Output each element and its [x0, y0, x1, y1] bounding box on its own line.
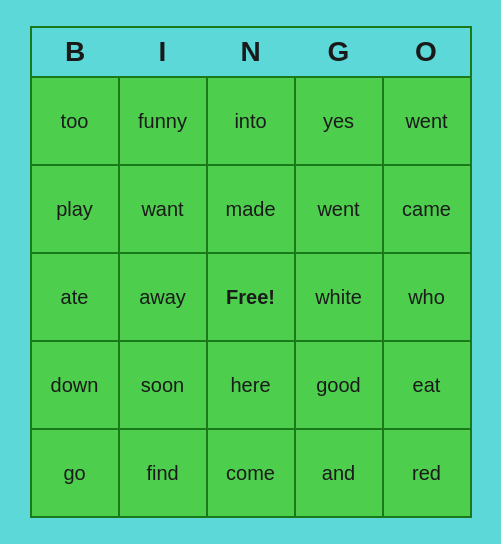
cell-r0-c4: went	[383, 77, 471, 165]
cell-r0-c2: into	[207, 77, 295, 165]
cell-r4-c0: go	[31, 429, 119, 517]
cell-r4-c4: red	[383, 429, 471, 517]
bingo-card: B I N G O toofunnyintoyeswentplaywantmad…	[20, 16, 482, 528]
bingo-body: toofunnyintoyeswentplaywantmadewentcamea…	[31, 77, 471, 517]
cell-r2-c0: ate	[31, 253, 119, 341]
bingo-header-row: B I N G O	[31, 27, 471, 77]
cell-r2-c3: white	[295, 253, 383, 341]
cell-r3-c3: good	[295, 341, 383, 429]
cell-r0-c1: funny	[119, 77, 207, 165]
table-row: downsoonheregoodeat	[31, 341, 471, 429]
cell-r4-c3: and	[295, 429, 383, 517]
cell-r1-c0: play	[31, 165, 119, 253]
cell-r3-c2: here	[207, 341, 295, 429]
bingo-table: B I N G O toofunnyintoyeswentplaywantmad…	[30, 26, 472, 518]
header-g: G	[295, 27, 383, 77]
cell-r4-c1: find	[119, 429, 207, 517]
header-b: B	[31, 27, 119, 77]
cell-r4-c2: come	[207, 429, 295, 517]
cell-r3-c0: down	[31, 341, 119, 429]
cell-r3-c1: soon	[119, 341, 207, 429]
header-o: O	[383, 27, 471, 77]
table-row: ateawayFree!whitewho	[31, 253, 471, 341]
header-n: N	[207, 27, 295, 77]
cell-r2-c1: away	[119, 253, 207, 341]
cell-r2-c4: who	[383, 253, 471, 341]
header-i: I	[119, 27, 207, 77]
cell-r1-c2: made	[207, 165, 295, 253]
cell-r1-c1: want	[119, 165, 207, 253]
cell-r1-c3: went	[295, 165, 383, 253]
cell-r3-c4: eat	[383, 341, 471, 429]
cell-r0-c3: yes	[295, 77, 383, 165]
table-row: playwantmadewentcame	[31, 165, 471, 253]
cell-r2-c2: Free!	[207, 253, 295, 341]
table-row: toofunnyintoyeswent	[31, 77, 471, 165]
cell-r1-c4: came	[383, 165, 471, 253]
cell-r0-c0: too	[31, 77, 119, 165]
table-row: gofindcomeandred	[31, 429, 471, 517]
